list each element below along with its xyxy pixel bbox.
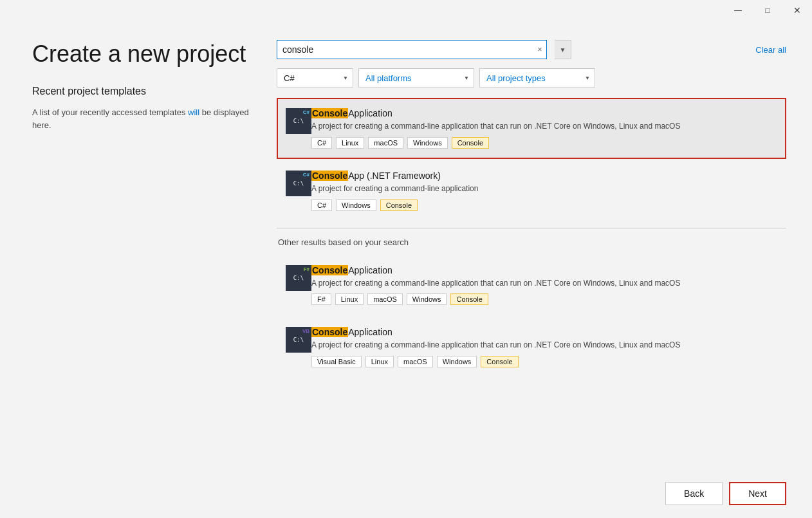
other-result-2-icon: VB C:\ — [286, 327, 311, 353]
tag-csharp-1: C# — [311, 137, 332, 149]
other-result-2-title: Console Application — [311, 327, 777, 337]
other-result-2-highlight: Console — [311, 327, 348, 337]
results-list: C# C:\ Console Application A project for… — [277, 98, 786, 472]
result-1-title: Console Application — [311, 108, 777, 118]
result-1-tags: C# Linux macOS Windows Console — [311, 137, 777, 149]
footer: Back Next — [0, 472, 812, 518]
tag-console-4: Console — [481, 356, 518, 367]
search-clear-icon[interactable]: × — [533, 41, 546, 59]
result-1-cmd-icon: C:\ — [293, 118, 304, 124]
other-result-1-body: Console Application A project for creati… — [311, 265, 777, 306]
result-item-1[interactable]: C# C:\ Console Application A project for… — [277, 98, 786, 159]
clear-all-button[interactable]: Clear all — [755, 45, 786, 55]
tag-macos-3: macOS — [367, 293, 403, 305]
other-result-1-highlight: Console — [311, 265, 348, 275]
main-content: Create a new project Recent project temp… — [0, 21, 812, 472]
other-result-2-tags: Visual Basic Linux macOS Windows Console — [311, 356, 777, 367]
close-button[interactable]: ✕ — [782, 0, 812, 21]
other-result-2-desc: A project for creating a command-line ap… — [311, 340, 777, 351]
window: — □ ✕ Create a new project Recent projec… — [0, 0, 812, 518]
result-2-cmd-icon: C:\ — [293, 180, 304, 187]
project-type-select[interactable]: All project types Cloud Console Desktop … — [479, 68, 595, 88]
tag-linux-4: Linux — [365, 356, 394, 367]
other-result-1-desc: A project for creating a command-line ap… — [311, 278, 777, 289]
result-2-tags: C# Windows Console — [311, 199, 777, 211]
other-result-item-2[interactable]: VB C:\ Console Application A project for… — [277, 317, 786, 378]
search-row: × ▼ Clear all — [277, 40, 786, 59]
tag-windows-4: Windows — [437, 356, 477, 367]
other-results-label: Other results based on your search — [277, 237, 786, 247]
search-input[interactable] — [277, 41, 533, 59]
tag-macos-1: macOS — [368, 137, 403, 149]
result-2-title: Console App (.NET Framework) — [311, 171, 777, 181]
platform-select[interactable]: All platforms Windows Linux macOS Androi… — [358, 68, 474, 88]
tag-windows-2: Windows — [336, 199, 376, 211]
platform-filter[interactable]: All platforms Windows Linux macOS Androi… — [358, 68, 474, 88]
left-panel: Create a new project Recent project temp… — [32, 40, 251, 472]
result-2-body: Console App (.NET Framework) A project f… — [311, 171, 777, 211]
other-result-2-lang-badge: VB — [302, 328, 309, 334]
filter-row: C# F# Visual Basic All languages ▼ All p… — [277, 68, 786, 88]
other-result-1-tags: F# Linux macOS Windows Console — [311, 293, 777, 305]
other-result-1-title-post: Application — [348, 265, 392, 275]
tag-windows-1: Windows — [407, 137, 448, 149]
result-2-title-highlight: Console — [311, 171, 348, 181]
tag-linux-3: Linux — [335, 293, 364, 305]
result-2-title-post: App (.NET Framework) — [348, 171, 441, 181]
tag-vb: Visual Basic — [311, 356, 362, 367]
other-result-1-icon: F# C:\ — [286, 265, 311, 291]
tag-console-3: Console — [450, 293, 488, 305]
language-select[interactable]: C# F# Visual Basic All languages — [277, 68, 353, 88]
language-filter[interactable]: C# F# Visual Basic All languages ▼ — [277, 68, 353, 88]
back-button[interactable]: Back — [665, 482, 723, 505]
other-result-1-title: Console Application — [311, 265, 777, 275]
result-1-desc: A project for creating a command-line ap… — [311, 121, 777, 132]
next-button[interactable]: Next — [729, 482, 786, 505]
recent-desc-link[interactable]: will — [188, 107, 199, 117]
right-panel: × ▼ Clear all C# F# Visual Basic All lan… — [277, 40, 786, 472]
tag-csharp-2: C# — [311, 199, 332, 211]
recent-templates-title: Recent project templates — [32, 86, 251, 97]
results-divider — [277, 228, 786, 228]
result-item-2[interactable]: C# C:\ Console App (.NET Framework) A pr… — [277, 160, 786, 221]
tag-console-2: Console — [380, 199, 418, 211]
result-1-title-post: Application — [348, 108, 392, 118]
minimize-button[interactable]: — — [723, 0, 753, 21]
search-dropdown-button[interactable]: ▼ — [555, 40, 571, 59]
result-2-icon: C# C:\ — [286, 171, 311, 196]
page-title: Create a new project — [32, 40, 251, 68]
maximize-button[interactable]: □ — [753, 0, 782, 21]
tag-macos-4: macOS — [398, 356, 433, 367]
other-result-2-body: Console Application A project for creati… — [311, 327, 777, 367]
project-type-filter[interactable]: All project types Cloud Console Desktop … — [479, 68, 595, 88]
recent-desc-pre: A list of your recently accessed templat… — [32, 107, 188, 117]
search-box: × — [277, 40, 547, 59]
tag-fsharp: F# — [311, 293, 331, 305]
other-result-1-cmd-icon: C:\ — [293, 275, 304, 281]
tag-linux-1: Linux — [336, 137, 364, 149]
result-2-lang-badge: C# — [303, 172, 309, 178]
result-1-lang-badge: C# — [303, 109, 309, 115]
other-result-1-lang-badge: F# — [304, 266, 309, 272]
result-2-desc: A project for creating a command-line ap… — [311, 183, 777, 194]
other-result-item-1[interactable]: F# C:\ Console Application A project for… — [277, 255, 786, 316]
recent-desc: A list of your recently accessed templat… — [32, 106, 251, 131]
title-bar: — □ ✕ — [0, 0, 812, 21]
other-result-2-title-post: Application — [348, 327, 392, 337]
result-1-icon: C# C:\ — [286, 108, 311, 134]
tag-console-1: Console — [452, 137, 489, 149]
tag-windows-3: Windows — [407, 293, 447, 305]
result-1-body: Console Application A project for creati… — [311, 108, 777, 149]
other-result-2-cmd-icon: C:\ — [293, 337, 304, 343]
result-1-title-highlight: Console — [311, 108, 348, 118]
